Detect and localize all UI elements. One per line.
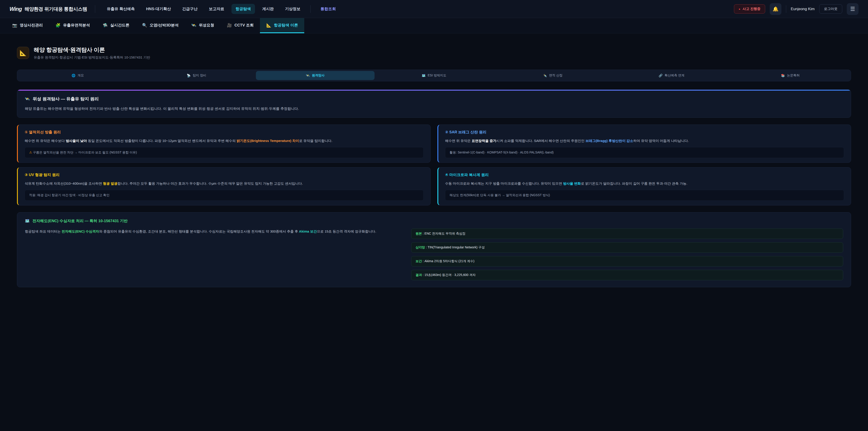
card-body: 해수면 위 유막은 해수보다 방사율이 낮아 동일 온도에서도 적외선 방출량이… [25, 138, 424, 143]
satellite-icon: 🛰️ [306, 74, 310, 77]
card-body: 수동 마이크로파 복사계는 지구 방출 마이크로파를 수신합니다. 유막이 있으… [445, 181, 844, 186]
nav-divider [310, 5, 311, 13]
subtab-label: CCTV 조회 [235, 23, 254, 28]
card-sar-bragg: ② SAR 브래그 산란 원리 해수면 위 유막은 표면장력을 증가시켜 소파를… [437, 125, 851, 163]
subtab-image-photo-management[interactable]: 📷 영상사진관리 [6, 18, 49, 33]
card-title: ④ 마이크로파 복사계 원리 [445, 173, 844, 177]
tab-esi-response-map[interactable]: 🗺️ ESI 방제지도 [375, 71, 493, 80]
enc-body: 항공탐색 좌표 데이터는 전자해도(ENC) 수심격자와 중첩되어 유출유의 수… [25, 228, 843, 280]
nav-item-board[interactable]: 게시판 [258, 4, 278, 14]
map-icon: 🗺️ [25, 219, 30, 223]
link-icon: 🔗 [659, 74, 662, 77]
card-note: ⚠ 구름은 열적외선을 완전 차단 → 마이크로파 보조 필요 (NGSST 융… [25, 147, 424, 158]
card-uv-fluorescence: ③ UV 형광 탐지 원리 석유계 탄화수소에 자외선(310~400nm)을 … [17, 167, 431, 206]
nav-item-integrated-search[interactable]: 통합조회 [316, 4, 340, 14]
page-header: 📐 해양 항공탐색·원격탐사 이론 유출유 원격탐지·항공감시 기법·ESI 방… [17, 46, 851, 60]
card-thermal-infrared: ① 열적외선 방출 원리 해수면 위 유막은 해수보다 방사율이 낮아 동일 온… [17, 125, 431, 163]
enc-paragraph: 항공탐색 좌표 데이터는 전자해도(ENC) 수심격자와 중첩되어 유출유의 수… [25, 228, 401, 235]
subtab-label: 위성요청 [199, 23, 214, 28]
page-title: 해양 항공탐색·원격탐사 이론 [34, 46, 150, 54]
page-icon-box: 📐 [17, 47, 29, 59]
tab-detection-equipment[interactable]: 📡 탐지 장비 [137, 71, 256, 80]
status-dot-icon: ● [739, 7, 740, 11]
tab-label: ESI 방제지도 [428, 73, 446, 78]
notification-bell-button[interactable]: 🔔 [770, 3, 781, 15]
enc-title-row: 🗺️ 전자해도(ENC) 수심자료 처리 — 특허 10-1567431 기반 [25, 218, 843, 223]
status-badge-label: 사고 진행중 [743, 7, 761, 11]
tab-remote-sensing[interactable]: 🛰️ 원격탐사 [256, 71, 375, 80]
card-body: 석유계 탄화수소에 자외선(310~400nm)을 조사하면 형광 발광합니다.… [25, 181, 424, 186]
pen-icon: ✒️ [543, 74, 547, 77]
enc-depth-data-section: 🗺️ 전자해도(ENC) 수심자료 처리 — 특허 10-1567431 기반 … [17, 212, 851, 287]
cctv-camera-icon: 🎥 [227, 23, 232, 28]
subtab-label: 오염/선박3D분석 [150, 23, 179, 28]
brand-logo: Wing [9, 6, 22, 12]
hamburger-icon: ☰ [850, 6, 855, 12]
enc-process-rows: 원본 : ENC 전자해도 무작위 측심점 삼각망 : TIN(Triangul… [411, 228, 843, 280]
card-note: 적용: 해경 감시 항공기 야간 탐색 · 비정상 유출 신고 확인 [25, 190, 424, 201]
triangle-ruler-icon: 📐 [266, 23, 271, 28]
enc-row-interpolation: 보간 : Akima 2차원 5차다항식 (21개 계수) [411, 256, 843, 267]
subtab-oil-area-analysis[interactable]: 🧩 유출유면적분석 [49, 18, 96, 33]
subtab-label: 영상사진관리 [20, 23, 43, 28]
card-title: ② SAR 브래그 산란 원리 [445, 130, 844, 135]
card-title: ① 열적외선 방출 원리 [25, 130, 424, 135]
bell-icon: 🔔 [773, 6, 778, 12]
card-microwave-radiometer: ④ 마이크로파 복사계 원리 수동 마이크로파 복사계는 지구 방출 마이크로파… [437, 167, 851, 206]
tab-diffusion-prediction-link[interactable]: 🔗 확산예측 연계 [612, 71, 731, 80]
subtab-label: 유출유면적분석 [63, 23, 90, 28]
nav-item-reports[interactable]: 보고자료 [205, 4, 228, 14]
tab-overview[interactable]: 🌐 개요 [18, 71, 137, 80]
subtab-label: 실시간드론 [110, 23, 129, 28]
incident-status-badge: ● 사고 진행중 [734, 4, 765, 13]
magnifier-icon: 🔍 [142, 23, 147, 28]
card-body: 해수면 위 유막은 표면장력을 증가시켜 소파를 억제합니다. SAR에서 해수… [445, 138, 844, 143]
section-title: 위성 원격탐사 — 유출유 탐지 원리 [33, 96, 98, 102]
subtab-aerial-search-theory[interactable]: 📐 항공탐색 이론 [260, 18, 304, 33]
ufo-icon: 🛸 [103, 23, 107, 28]
subtab-label: 항공탐색 이론 [274, 23, 298, 28]
enc-row-result: 결과 : 15초(463m) 등간격 · 3,225,600 격자 [411, 270, 843, 280]
logout-button[interactable]: 로그아웃 [819, 4, 842, 13]
enc-row-triangulation: 삼각망 : TIN(Triangulated Irregular Network… [411, 242, 843, 253]
section-inner: 🛰️ 위성 원격탐사 — 유출유 탐지 원리 해양 유출유는 해수면에 유막을 … [17, 91, 851, 118]
content-tab-bar: 🌐 개요 📡 탐지 장비 🛰️ 원격탐사 🗺️ ESI 방제지도 ✒️ 면적 산… [17, 70, 851, 81]
tab-label: 확산예측 연계 [664, 73, 684, 78]
subtab-pollution-ship-3d[interactable]: 🔍 오염/선박3D분석 [135, 18, 185, 33]
card-note: 활용: Sentinel-1(C-band) · KOMPSAT-5(X-ban… [445, 147, 844, 158]
card-title: ③ UV 형광 탐지 원리 [25, 173, 424, 177]
tab-label: 논문특허 [787, 73, 800, 78]
globe-icon: 🌐 [71, 74, 75, 77]
subtab-cctv-view[interactable]: 🎥 CCTV 조회 [221, 18, 260, 33]
page-header-text: 해양 항공탐색·원격탐사 이론 유출유 원격탐지·항공감시 기법·ESI 방제정… [34, 46, 150, 60]
subtab-realtime-drone[interactable]: 🛸 실시간드론 [96, 18, 135, 33]
brand-title: 해양환경 위기대응 통합시스템 [24, 6, 87, 12]
tab-label: 개요 [78, 73, 84, 78]
tab-papers-patents[interactable]: 📚 논문특허 [731, 71, 850, 80]
antenna-icon: 📡 [187, 74, 191, 77]
enc-row-source: 원본 : ENC 전자해도 무작위 측심점 [411, 228, 843, 239]
main-menu: 유출유 확산예측 HNS·대기확산 긴급구난 보고자료 항공탐색 게시판 기상정… [103, 4, 340, 14]
nav-divider [786, 5, 786, 13]
tab-label: 원격탐사 [312, 73, 324, 78]
satellite-icon: 🛰️ [191, 23, 196, 28]
remote-sensing-section-card: 🛰️ 위성 원격탐사 — 유출유 탐지 원리 해양 유출유는 해수면에 유막을 … [17, 90, 851, 118]
nav-item-hns-atmospheric[interactable]: HNS·대기확산 [142, 4, 175, 14]
user-name: Eunjeong Kim [791, 7, 815, 11]
subtab-satellite-request[interactable]: 🛰️ 위성요청 [185, 18, 220, 33]
card-note: 해상도 한계(50km)로 단독 사용 불가 → 열적외선과 융합 (NGSST… [445, 190, 844, 201]
page-subtitle: 유출유 원격탐지·항공감시 기법·ESI 방제정보지도·등록특허 10-1567… [34, 55, 150, 60]
main-content: 📐 해양 항공탐색·원격탐사 이론 유출유 원격탐지·항공감시 기법·ESI 방… [0, 33, 868, 287]
brand: Wing 해양환경 위기대응 통합시스템 [9, 6, 87, 12]
tab-label: 탐지 장비 [193, 73, 206, 78]
sub-tab-bar: 📷 영상사진관리 🧩 유출유면적분석 🛸 실시간드론 🔍 오염/선박3D분석 🛰… [0, 18, 868, 33]
tab-area-calculation[interactable]: ✒️ 면적 산정 [493, 71, 612, 80]
hamburger-menu-button[interactable]: ☰ [847, 3, 859, 15]
nav-item-aerial-search[interactable]: 항공탐색 [231, 4, 255, 14]
nav-item-emergency-rescue[interactable]: 긴급구난 [178, 4, 202, 14]
nav-item-oil-spill-prediction[interactable]: 유출유 확산예측 [103, 4, 139, 14]
map-icon: 🗺️ [422, 74, 426, 77]
nav-item-weather-info[interactable]: 기상정보 [281, 4, 305, 14]
tab-label: 면적 산정 [549, 73, 563, 78]
principle-cards-grid: ① 열적외선 방출 원리 해수면 위 유막은 해수보다 방사율이 낮아 동일 온… [17, 125, 851, 206]
